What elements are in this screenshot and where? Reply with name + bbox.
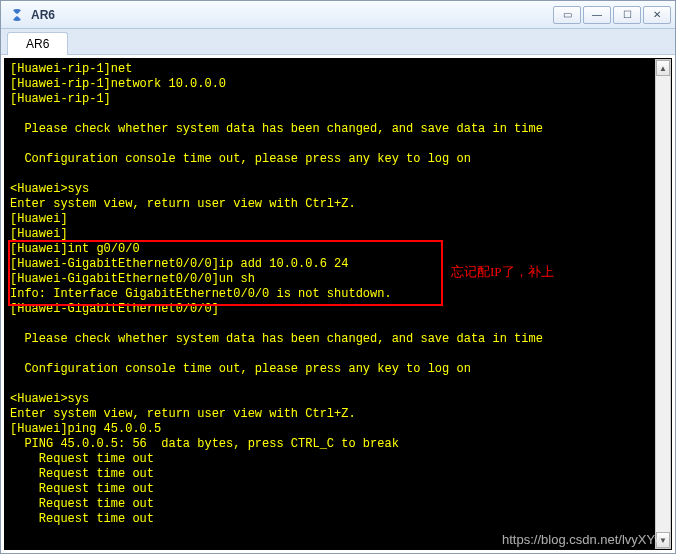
maximize-button[interactable]: ☐ xyxy=(613,6,641,24)
watermark: https://blog.csdn.net/lvyXYv xyxy=(502,532,661,547)
annotation-text: 忘记配IP了，补上 xyxy=(451,263,554,281)
terminal-container: [Huawei-rip-1]net [Huawei-rip-1]network … xyxy=(1,55,675,553)
scrollbar[interactable]: ▲ ▼ xyxy=(655,59,671,549)
app-icon xyxy=(9,7,25,23)
window-controls: ▭ — ☐ ✕ xyxy=(553,6,671,24)
extra-button[interactable]: ▭ xyxy=(553,6,581,24)
window-title: AR6 xyxy=(31,8,553,22)
scroll-track[interactable] xyxy=(656,77,670,531)
minimize-button[interactable]: — xyxy=(583,6,611,24)
app-window: AR6 ▭ — ☐ ✕ AR6 [Huawei-rip-1]net [Huawe… xyxy=(0,0,676,554)
terminal-output[interactable]: [Huawei-rip-1]net [Huawei-rip-1]network … xyxy=(4,58,672,550)
close-button[interactable]: ✕ xyxy=(643,6,671,24)
scroll-up-button[interactable]: ▲ xyxy=(656,60,670,76)
tab-strip: AR6 xyxy=(1,29,675,55)
title-bar: AR6 ▭ — ☐ ✕ xyxy=(1,1,675,29)
tab-ar6[interactable]: AR6 xyxy=(7,32,68,55)
